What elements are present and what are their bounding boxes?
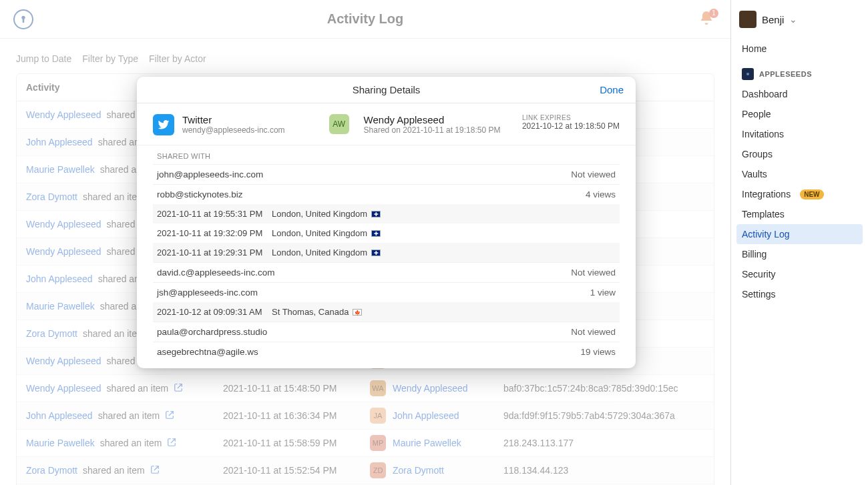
flag-uk-icon (371, 230, 381, 237)
view-detail-row: 2021-10-11 at 19:55:31 PMLondon, United … (153, 204, 620, 223)
table-row[interactable]: John Appleseed shared an item2021-10-11 … (17, 402, 714, 430)
actor-link[interactable]: Zora Dymott (26, 328, 77, 339)
nav-item-security[interactable]: Security (736, 264, 863, 284)
recipient-row[interactable]: asegebrechtna@agile.ws19 views (153, 342, 620, 362)
recipient-row[interactable]: paula@orchardpress.studioNot viewed (153, 322, 620, 342)
twitter-icon (153, 114, 174, 135)
nav-home[interactable]: Home (736, 39, 863, 59)
page-title: Activity Log (327, 11, 403, 27)
actor-link[interactable]: John Appleseed (26, 274, 93, 284)
nav-item-dashboard[interactable]: Dashboard (736, 84, 863, 104)
view-location: London, United Kingdom (272, 209, 381, 219)
modal-header: Sharing Details Done (137, 77, 636, 103)
table-row[interactable]: Wendy Appleseed shared an item2021-10-11… (17, 375, 714, 402)
org-name: APPLESEEDS (759, 70, 812, 78)
nav-item-integrations[interactable]: IntegrationsNEW (736, 184, 863, 204)
nav-item-groups[interactable]: Groups (736, 144, 863, 164)
recipient-view-count: 19 views (580, 347, 616, 357)
filter-jump-to-date[interactable]: Jump to Date (16, 53, 71, 64)
actor-name-link[interactable]: John Appleseed (393, 410, 459, 421)
actor-link[interactable]: Wendy Appleseed (26, 356, 101, 366)
actor-link[interactable]: John Appleseed (26, 137, 93, 147)
action-text: shared an item (83, 191, 145, 202)
view-detail-row: 2021-10-11 at 19:32:09 PMLondon, United … (153, 223, 620, 243)
activity-ip: 9da:fd9f:9f15:79b5:7ab4:5729:304a:367a (503, 410, 704, 421)
view-time: 2021-10-11 at 19:29:31 PM (157, 248, 272, 258)
view-detail-row: 2021-10-11 at 19:29:31 PMLondon, United … (153, 243, 620, 262)
filter-by-type[interactable]: Filter by Type (82, 53, 138, 64)
shared-on-time: Shared on 2021-10-11 at 19:18:50 PM (364, 125, 501, 135)
view-time: 2021-10-12 at 09:09:31 AM (157, 307, 272, 317)
nav-item-templates[interactable]: Templates (736, 204, 863, 224)
recipient-email: asegebrechtna@agile.ws (157, 347, 258, 357)
actor-link[interactable]: Maurie Pawellek (26, 164, 95, 175)
filter-by-actor[interactable]: Filter by Actor (149, 53, 206, 64)
view-location: London, United Kingdom (272, 248, 381, 258)
recipient-row[interactable]: john@appleseeds-inc.comNot viewed (153, 164, 620, 184)
modal-done-button[interactable]: Done (600, 84, 624, 95)
filter-bar: Jump to Date Filter by Type Filter by Ac… (0, 39, 730, 73)
activity-time: 2021-10-11 at 16:36:34 PM (223, 410, 370, 421)
recipient-row[interactable]: david.c@appleseeds-inc.comNot viewed (153, 262, 620, 282)
nav-item-settings[interactable]: Settings (736, 284, 863, 304)
flag-uk-icon (371, 250, 381, 256)
actor-link[interactable]: Wendy Appleseed (26, 246, 101, 257)
chevron-down-icon: ⌄ (789, 14, 797, 25)
table-row[interactable]: Zora Dymott shared an item2021-10-11 at … (17, 457, 714, 484)
nav-item-people[interactable]: People (736, 104, 863, 124)
sharer-name: Wendy Appleseed (364, 114, 501, 125)
actor-avatar: WA (370, 380, 386, 396)
actor-link[interactable]: Wendy Appleseed (26, 383, 101, 394)
shared-with-label: SHARED WITH (137, 145, 636, 164)
table-row[interactable]: Maurie Pawellek shared an item2021-10-11… (17, 430, 714, 457)
action-text: shared an item (107, 383, 169, 394)
org-icon (742, 68, 754, 80)
recipient-email: david.c@appleseeds-inc.com (157, 268, 275, 278)
nav-item-billing[interactable]: Billing (736, 244, 863, 264)
activity-time: 2021-10-11 at 15:48:50 PM (223, 383, 370, 394)
action-text: shared an item (83, 328, 145, 339)
recipient-row[interactable]: robb@stickynotes.biz4 views (153, 184, 620, 204)
view-location: St Thomas, Canada (272, 307, 362, 317)
actor-link[interactable]: Zora Dymott (26, 191, 77, 202)
recipient-email: jsh@appleseeds-inc.com (157, 288, 258, 298)
actor-link[interactable]: John Appleseed (26, 410, 93, 421)
flag-uk-icon (371, 211, 381, 217)
nav-item-invitations[interactable]: Invitations (736, 124, 863, 144)
actor-link[interactable]: Wendy Appleseed (26, 109, 101, 120)
actor-avatar: JA (370, 408, 386, 424)
recipient-email: john@appleseeds-inc.com (157, 169, 263, 179)
actor-name-link[interactable]: Zora Dymott (393, 465, 444, 476)
action-text: shared an item (100, 438, 162, 448)
shared-item-name: Twitter (182, 114, 285, 125)
view-location: London, United Kingdom (272, 228, 381, 238)
notification-bell-icon[interactable]: 1 (698, 10, 717, 29)
nav-item-activity-log[interactable]: Activity Log (736, 224, 863, 244)
activity-time: 2021-10-11 at 15:52:54 PM (223, 465, 370, 476)
recipient-email: paula@orchardpress.studio (157, 327, 267, 337)
actor-name-link[interactable]: Wendy Appleseed (393, 383, 468, 394)
share-icon (150, 465, 160, 476)
recipient-view-count: 1 view (590, 288, 616, 298)
right-sidebar: Benji ⌄ Home APPLESEEDS DashboardPeopleI… (731, 0, 868, 485)
modal-summary: Twitter wendy@appleseeds-inc.com AW Wend… (137, 103, 636, 145)
sharing-details-modal: Sharing Details Done Twitter wendy@apple… (137, 77, 636, 368)
user-avatar (739, 11, 756, 28)
actor-link[interactable]: Maurie Pawellek (26, 301, 95, 312)
actor-avatar: ZD (370, 462, 386, 478)
notification-count: 1 (709, 9, 718, 18)
recipient-row[interactable]: jsh@appleseeds-inc.com1 view (153, 282, 620, 302)
actor-link[interactable]: Zora Dymott (26, 465, 77, 476)
nav-item-vaults[interactable]: Vaults (736, 164, 863, 184)
recipient-view-count: Not viewed (571, 169, 616, 179)
activity-ip: baf0:37bc:1c57:24b:8ca9:785d:39d0:15ec (503, 383, 704, 394)
actor-link[interactable]: Maurie Pawellek (26, 438, 95, 448)
svg-rect-1 (23, 18, 25, 23)
modal-title: Sharing Details (353, 84, 421, 95)
user-menu[interactable]: Benji ⌄ (736, 7, 863, 39)
actor-name-link[interactable]: Maurie Pawellek (393, 438, 461, 448)
actor-avatar: MP (370, 435, 386, 451)
actor-link[interactable]: Wendy Appleseed (26, 219, 101, 229)
link-expires-label: LINK EXPIRES (522, 114, 620, 121)
shared-item-account: wendy@appleseeds-inc.com (182, 125, 285, 135)
